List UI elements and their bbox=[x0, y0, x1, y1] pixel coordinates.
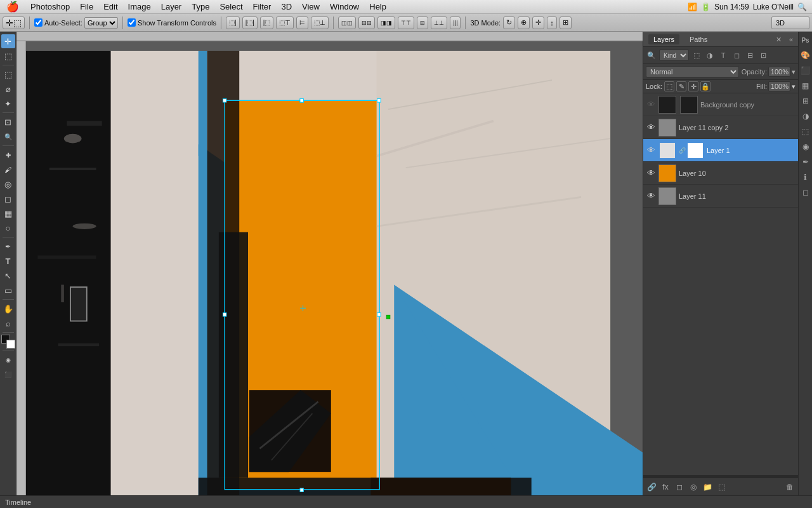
3d-display[interactable]: 3D bbox=[771, 17, 809, 29]
layer-visibility-eye[interactable]: 👁 bbox=[646, 145, 656, 156]
align-top-button[interactable]: ⬚⊤ bbox=[276, 17, 294, 29]
distribute-center[interactable]: ⊟⊟ bbox=[358, 17, 375, 29]
filter-smart-icon[interactable]: ⊟ bbox=[744, 50, 756, 61]
layer-row[interactable]: 👁 Layer 11 copy 2 bbox=[643, 116, 798, 139]
rectangle-shape-tool[interactable]: ▭ bbox=[1, 283, 15, 297]
lock-position-button[interactable]: ✛ bbox=[688, 81, 698, 91]
3d-pan[interactable]: ✛ bbox=[532, 17, 544, 29]
add-fx-button[interactable]: fx bbox=[660, 481, 671, 493]
menu-filter[interactable]: Filter bbox=[248, 0, 277, 14]
transform-checkbox-input[interactable] bbox=[128, 18, 136, 27]
3d-rotate[interactable]: ↻ bbox=[503, 17, 515, 29]
3d-panel-icon[interactable]: ◻ bbox=[800, 187, 811, 198]
distribute-left[interactable]: ◫◫ bbox=[338, 17, 356, 29]
screen-mode-tool[interactable]: ⬛ bbox=[1, 368, 15, 382]
tab-paths[interactable]: Paths bbox=[684, 34, 712, 44]
3d-scale-btn[interactable]: ⊞ bbox=[560, 17, 572, 29]
eraser-tool[interactable]: ◻ bbox=[1, 192, 15, 206]
filter-kind-select[interactable]: Kind bbox=[659, 50, 689, 61]
menu-file[interactable]: File bbox=[75, 0, 98, 14]
lasso-tool[interactable]: ⌀ bbox=[1, 82, 15, 96]
auto-select-checkbox[interactable]: Auto-Select: Group Layer bbox=[34, 17, 118, 29]
properties-panel-icon[interactable]: ℹ bbox=[800, 171, 811, 183]
align-middle-button[interactable]: ⊨ bbox=[296, 17, 308, 29]
path-selection-tool[interactable]: ↖ bbox=[1, 269, 15, 283]
artboard-tool[interactable]: ⬚ bbox=[1, 49, 15, 63]
distribute-mid[interactable]: ⊟ bbox=[417, 17, 428, 29]
spot-healing-tool[interactable]: ✚ bbox=[1, 148, 15, 162]
link-layers-button[interactable]: 🔗 bbox=[646, 481, 657, 493]
patterns-panel-icon[interactable]: ⊞ bbox=[800, 95, 811, 107]
zoom-tool[interactable]: ⌕ bbox=[1, 316, 15, 330]
magic-wand-tool[interactable]: ✦ bbox=[1, 97, 15, 110]
new-layer-button[interactable]: ⬚ bbox=[716, 481, 727, 493]
lock-all-button[interactable]: 🔒 bbox=[700, 81, 710, 91]
brush-tool[interactable]: 🖌 bbox=[1, 163, 15, 177]
menu-3d[interactable]: 3D bbox=[276, 0, 297, 14]
opacity-input[interactable] bbox=[768, 67, 790, 77]
auto-select-dropdown[interactable]: Group Layer bbox=[84, 17, 118, 29]
adjustments-panel-icon[interactable]: ◑ bbox=[800, 110, 811, 122]
panel-minimize-button[interactable]: « bbox=[789, 36, 793, 43]
distribute-right[interactable]: ◨◨ bbox=[377, 17, 395, 29]
new-group-button[interactable]: 📁 bbox=[702, 481, 713, 493]
foreground-background-colors[interactable] bbox=[1, 335, 15, 349]
quick-mask-tool[interactable]: ◉ bbox=[1, 353, 15, 367]
type-tool[interactable]: T bbox=[1, 254, 15, 268]
color-panel-icon[interactable]: 🎨 bbox=[800, 50, 811, 61]
distribute-bot[interactable]: ⊥⊥ bbox=[431, 17, 447, 29]
layers-panel-icon[interactable]: ⬚ bbox=[800, 126, 811, 137]
layer-row[interactable]: 👁 Layer 11 bbox=[643, 185, 798, 208]
rectangular-marquee-tool[interactable]: ⬚ bbox=[1, 67, 15, 81]
menu-select[interactable]: Select bbox=[214, 0, 247, 14]
align-center-button[interactable]: |⬚| bbox=[242, 17, 258, 29]
move-tool[interactable]: ✛ bbox=[1, 34, 15, 48]
gradient-panel-icon[interactable]: ▦ bbox=[800, 80, 811, 91]
pen-tool[interactable]: ✒ bbox=[1, 239, 15, 253]
layer-row[interactable]: 👁 🔗 Layer 1 bbox=[643, 139, 798, 162]
gradient-tool[interactable]: ▦ bbox=[1, 206, 15, 220]
canvas[interactable] bbox=[16, 41, 643, 495]
auto-select-input[interactable] bbox=[34, 18, 43, 27]
apple-menu[interactable]: 🍎 bbox=[0, 1, 25, 13]
lock-image-button[interactable]: ✎ bbox=[676, 81, 686, 91]
tab-layers[interactable]: Layers bbox=[648, 34, 679, 44]
dodge-tool[interactable]: ○ bbox=[1, 221, 15, 235]
blend-mode-select[interactable]: Normal bbox=[646, 66, 739, 77]
menu-view[interactable]: View bbox=[297, 0, 325, 14]
distribute-top[interactable]: ⊤⊤ bbox=[398, 17, 414, 29]
align-right-button[interactable]: |⬚ bbox=[260, 17, 274, 29]
opacity-arrow[interactable]: ▾ bbox=[792, 68, 796, 76]
menu-help[interactable]: Help bbox=[364, 0, 391, 14]
channels-panel-icon[interactable]: ◉ bbox=[800, 141, 811, 152]
filter-adjustment-icon[interactable]: ◑ bbox=[704, 50, 716, 61]
paths-panel-icon[interactable]: ✒ bbox=[800, 156, 811, 168]
3d-roll[interactable]: ⊕ bbox=[518, 17, 530, 29]
delete-layer-button[interactable]: 🗑 bbox=[784, 481, 796, 493]
lock-pixels-button[interactable]: ⬚ bbox=[664, 81, 674, 91]
distribute-spacing[interactable]: ||| bbox=[450, 17, 461, 29]
filter-toggle-icon[interactable]: ⊡ bbox=[757, 50, 769, 61]
move-tool-button[interactable]: ✛⬚ bbox=[3, 17, 25, 29]
align-left-button[interactable]: ⬚| bbox=[226, 17, 240, 29]
fill-arrow[interactable]: ▾ bbox=[792, 83, 796, 91]
menu-window[interactable]: Window bbox=[325, 0, 364, 14]
menu-layer[interactable]: Layer bbox=[156, 0, 187, 14]
menu-edit[interactable]: Edit bbox=[98, 0, 122, 14]
add-mask-button[interactable]: ◻ bbox=[674, 481, 685, 493]
swatches-panel-icon[interactable]: ⬛ bbox=[800, 65, 811, 76]
filter-type-text-icon[interactable]: T bbox=[717, 50, 729, 61]
spotlight-icon[interactable]: 🔍 bbox=[797, 3, 807, 11]
layer-visibility-eye[interactable]: 👁 bbox=[646, 123, 656, 133]
menu-type[interactable]: Type bbox=[187, 0, 214, 14]
layer-row[interactable]: 👁 Layer 10 bbox=[643, 162, 798, 185]
transform-controls-checkbox[interactable]: Show Transform Controls bbox=[128, 18, 216, 27]
3d-slide[interactable]: ↕ bbox=[547, 17, 557, 29]
adjustment-layer-button[interactable]: ◎ bbox=[688, 481, 699, 493]
menu-image[interactable]: Image bbox=[123, 0, 156, 14]
background-color[interactable] bbox=[6, 340, 15, 349]
filter-pixel-icon[interactable]: ⬚ bbox=[691, 50, 702, 61]
fill-input[interactable] bbox=[768, 81, 790, 91]
panel-close-button[interactable]: ✕ bbox=[776, 36, 782, 44]
filter-shape-icon[interactable]: ◻ bbox=[731, 50, 742, 61]
